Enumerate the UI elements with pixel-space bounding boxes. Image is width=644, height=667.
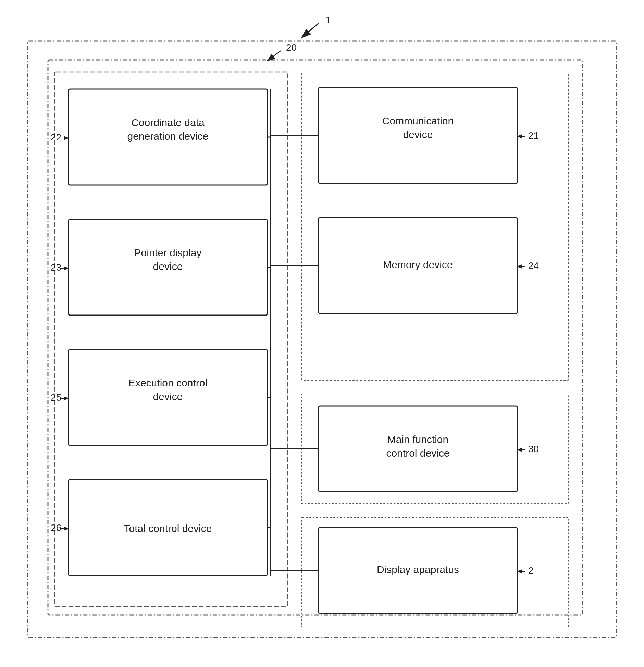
box-coordinate-data-label-line1: Coordinate data — [131, 117, 205, 128]
diagram: 1 20 Coordinate data generation device P… — [0, 0, 644, 667]
label-22: 22 — [51, 132, 61, 143]
label-1: 1 — [325, 15, 331, 25]
box-total-control-label: Total control device — [124, 523, 212, 534]
box-pointer-display-label-line1: Pointer display — [134, 247, 202, 258]
box-main-function-label-line1: Main function — [387, 434, 448, 445]
label-20: 20 — [286, 42, 297, 53]
label-26: 26 — [51, 522, 61, 533]
box-execution-control-label-line2: device — [153, 391, 183, 402]
box-display-apparatus-label: Display apapratus — [377, 564, 459, 575]
box-coordinate-data-label-line2: generation device — [127, 131, 209, 142]
box-main-function-label-line2: control device — [386, 447, 449, 459]
box-pointer-display-label-line2: device — [153, 261, 183, 272]
label-25: 25 — [51, 392, 61, 403]
label-2: 2 — [528, 565, 534, 576]
box-communication-label-line1: Communication — [382, 115, 454, 126]
label-24: 24 — [528, 260, 539, 271]
box-memory-label: Memory device — [383, 259, 453, 270]
label-30: 30 — [528, 444, 539, 454]
svg-line-0 — [301, 23, 319, 38]
label-21: 21 — [528, 130, 539, 141]
label-23: 23 — [51, 262, 61, 273]
box-communication-label-line2: device — [403, 129, 433, 140]
box-execution-control-label-line1: Execution control — [128, 377, 207, 388]
